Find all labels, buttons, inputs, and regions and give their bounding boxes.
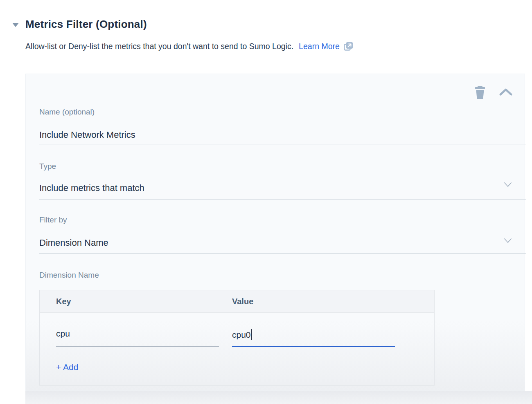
external-link-icon[interactable]	[343, 41, 354, 52]
name-field-label: Name (optional)	[39, 108, 95, 117]
table-header-row: Key Value	[40, 290, 434, 313]
name-input-underline	[39, 144, 526, 144]
value-input-text: cpu0	[232, 330, 251, 339]
value-input-focused-underline	[232, 346, 395, 347]
value-column-header: Value	[232, 290, 253, 313]
value-input[interactable]: cpu0	[232, 329, 252, 340]
dimension-name-label: Dimension Name	[39, 271, 99, 280]
key-column-header: Key	[56, 290, 71, 313]
name-input[interactable]: Include Network Metrics	[39, 130, 135, 140]
metrics-filter-page: Metrics Filter (Optional) Allow-list or …	[0, 0, 532, 404]
type-field-label: Type	[39, 162, 56, 171]
text-caret	[251, 329, 252, 340]
type-select-underline	[39, 200, 526, 200]
page-title: Metrics Filter (Optional)	[25, 18, 147, 31]
description-text: Allow-list or Deny-list the metrics that…	[25, 42, 293, 51]
chevron-up-icon	[498, 86, 514, 99]
filter-by-select-underline	[39, 254, 526, 254]
add-row-button[interactable]: + Add	[56, 362, 78, 372]
chevron-down-icon[interactable]	[504, 238, 512, 243]
section-header: Metrics Filter (Optional)	[12, 18, 147, 31]
section-description: Allow-list or Deny-list the metrics that…	[25, 41, 354, 52]
learn-more-link[interactable]: Learn More	[299, 42, 340, 51]
metrics-filter-card: Name (optional) Include Network Metrics …	[25, 74, 525, 391]
trash-icon	[474, 85, 486, 100]
filter-by-field-label: Filter by	[39, 215, 67, 224]
dimension-name-table: Key Value cpu cpu0 + Add	[39, 290, 435, 386]
filter-by-select[interactable]: Dimension Name	[39, 238, 108, 248]
triangle-down-icon[interactable]	[12, 23, 19, 27]
type-select[interactable]: Include metrics that match	[39, 183, 144, 193]
collapse-card-button[interactable]	[498, 86, 514, 99]
delete-filter-button[interactable]	[473, 85, 487, 101]
chevron-down-icon[interactable]	[504, 182, 512, 187]
key-input[interactable]: cpu	[56, 329, 70, 339]
next-section-edge	[25, 391, 532, 404]
key-input-underline	[56, 346, 219, 347]
